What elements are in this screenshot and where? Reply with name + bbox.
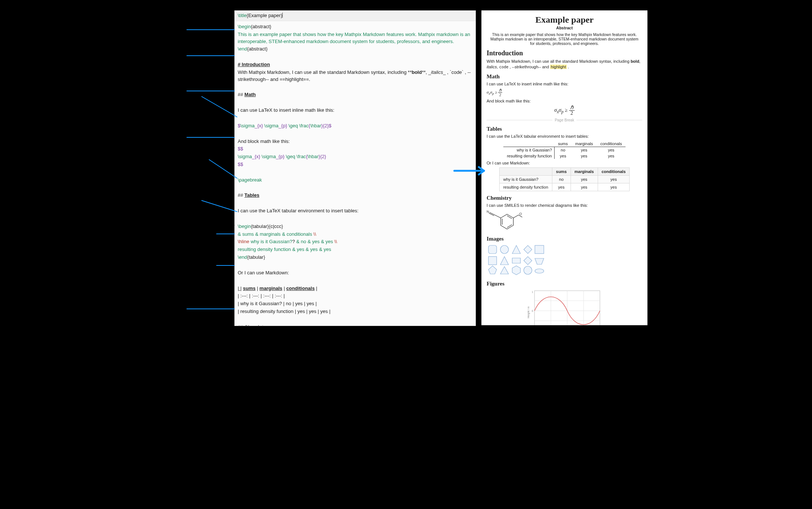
svg-marker-22 <box>500 267 509 274</box>
cursor-caret <box>282 13 283 18</box>
source-title-line[interactable]: \title{Example paper} <box>235 11 475 21</box>
svg-marker-23 <box>512 266 520 275</box>
svg-rect-11 <box>488 245 497 254</box>
svg-line-2 <box>507 216 512 219</box>
chem-diagram: O N <box>487 210 527 232</box>
figure-plot: Time / s Height / m 0481216 -101 <box>526 288 604 325</box>
stage: \title{Example paper} \begin{abstract} T… <box>146 0 666 326</box>
svg-line-49 <box>202 200 237 212</box>
tabular-begin: \begin{tabular}{c|ccc} <box>238 223 472 230</box>
preview-block-eq: σxσp ≥ ℏ2 <box>487 105 642 116</box>
inline-math: $\sigma_{x} \sigma_{p} \geq \frac{\hbar}… <box>238 123 472 130</box>
svg-line-46 <box>202 97 237 117</box>
svg-text:0: 0 <box>532 310 533 312</box>
heading-introduction: # Introduction <box>238 61 472 68</box>
preview-h-tables: Tables <box>487 126 642 132</box>
svg-marker-0 <box>501 214 513 229</box>
abstract-text: This is an example paper that shows how … <box>238 31 472 45</box>
svg-rect-16 <box>488 257 497 265</box>
pagebreak-cmd: \pagebreak <box>238 177 262 183</box>
svg-rect-15 <box>535 245 544 254</box>
svg-point-12 <box>500 245 509 254</box>
preview-latex-table: sumsmarginalsconditionals why is it Gaus… <box>503 141 626 159</box>
svg-line-48 <box>209 160 237 178</box>
preview-intro: With Mathpix Markdown, I can use all the… <box>487 59 642 70</box>
svg-line-4 <box>513 215 519 218</box>
preview-h-figures: Figures <box>487 281 642 287</box>
svg-marker-18 <box>512 258 520 263</box>
images-diagram <box>487 244 565 277</box>
preview-body: Example paper Abstract This is an exampl… <box>481 10 647 325</box>
source-panel[interactable]: \title{Example paper} \begin{abstract} T… <box>234 10 476 326</box>
svg-marker-13 <box>512 245 520 254</box>
preview-title: Example paper <box>487 15 642 25</box>
heading-tables: Tables <box>244 192 259 198</box>
svg-marker-19 <box>524 257 532 265</box>
preview-h-intro: Introduction <box>487 49 642 57</box>
preview-abstract-head: Abstract <box>487 26 642 30</box>
svg-text:O: O <box>519 212 522 216</box>
heading-math: Math <box>244 92 256 97</box>
svg-marker-20 <box>535 258 544 264</box>
svg-text:N: N <box>487 210 489 213</box>
svg-line-7 <box>495 215 501 218</box>
svg-line-3 <box>507 225 512 228</box>
preview-h-images: Images <box>487 236 642 242</box>
block-math-open: $$ <box>238 146 472 153</box>
preview-md-table: sumsmarginalsconditionals why is it Gaus… <box>499 167 630 191</box>
intro-paragraph: With Mathpix Markdown, I can use all the… <box>238 69 472 83</box>
svg-point-24 <box>524 266 532 274</box>
svg-marker-21 <box>488 266 497 274</box>
block-math-body: \sigma_{x} \sigma_{p} \geq \frac{\hbar}{… <box>238 153 472 160</box>
preview-h-chem: Chemistry <box>487 195 642 201</box>
preview-inline-eq: σxσp ≥ ℏ2 <box>487 88 642 97</box>
svg-marker-17 <box>500 257 509 265</box>
svg-marker-14 <box>524 245 532 254</box>
preview-abstract-text: This is an example paper that shows how … <box>489 32 640 46</box>
svg-point-25 <box>535 269 544 273</box>
source-code[interactable]: \title{Example paper} \begin{abstract} T… <box>235 11 475 326</box>
preview-h-math: Math <box>487 74 642 80</box>
svg-text:Height / m: Height / m <box>527 306 530 318</box>
preview-pagebreak: Page Break <box>487 118 642 122</box>
latex-cmd: \title <box>238 13 247 18</box>
heading-chemistry: Chemistry <box>244 324 268 326</box>
preview-panel[interactable]: Example paper Abstract This is an exampl… <box>481 10 647 325</box>
svg-text:1: 1 <box>532 291 533 293</box>
